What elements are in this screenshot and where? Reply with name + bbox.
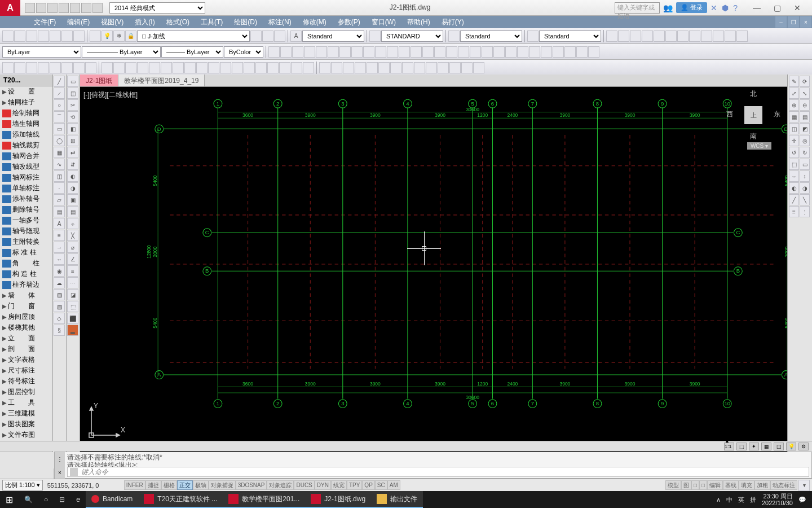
tray-ime-cn[interactable]: 中: [726, 496, 732, 504]
status-toggle-正交[interactable]: 正交: [177, 480, 193, 490]
mod-icon-18[interactable]: [470, 46, 481, 58]
qat-print-icon[interactable]: [70, 3, 80, 13]
t20-item-28[interactable]: ▶图层控制: [0, 387, 52, 397]
mod-icon-4[interactable]: [304, 46, 315, 58]
ann-icon-3[interactable]: ▦: [761, 443, 771, 450]
rt-icon-7[interactable]: ▦: [789, 111, 799, 122]
layer-prev-icon[interactable]: [262, 30, 273, 42]
mod-icon-1[interactable]: [268, 46, 280, 58]
vblock-icon[interactable]: ◫: [54, 170, 65, 182]
start-button[interactable]: ⊞: [0, 491, 19, 508]
draw-icon-10[interactable]: [113, 62, 125, 73]
doc-restore-button[interactable]: ❐: [788, 16, 799, 28]
draw-icon-34[interactable]: [402, 62, 413, 73]
mod-icon-10[interactable]: [375, 46, 386, 58]
t20-item-26[interactable]: ▶尺寸标注: [0, 365, 52, 376]
help-search-input[interactable]: 键入关键字或短语: [615, 2, 660, 14]
status-toggle-DYN[interactable]: DYN: [315, 480, 331, 490]
mod-icon-20[interactable]: [493, 46, 505, 58]
vm-icon-20[interactable]: ⬚: [67, 301, 78, 312]
status-toggle-极轴[interactable]: 极轴: [193, 480, 209, 490]
vm-icon-5[interactable]: ◧: [67, 123, 78, 134]
draw-icon-33[interactable]: [390, 62, 401, 73]
viewcube-east[interactable]: 东: [774, 110, 780, 119]
viewcube-top[interactable]: 上: [744, 106, 762, 124]
tray-overflow-icon[interactable]: ∧: [716, 496, 721, 503]
status-right-1[interactable]: 图: [681, 480, 691, 490]
vtable-icon[interactable]: ▤: [54, 206, 65, 217]
vhatch-icon[interactable]: ▦: [54, 147, 65, 158]
status-right-7[interactable]: 加粗: [754, 480, 770, 490]
status-right-5[interactable]: 基线: [723, 480, 739, 490]
draw-icon-11[interactable]: [125, 62, 136, 73]
vm-icon-10[interactable]: ◑: [67, 182, 78, 194]
draw-icon-38[interactable]: [449, 62, 461, 73]
mod-icon-17[interactable]: [458, 46, 469, 58]
viewport-label[interactable]: [-][俯视][二维线框]: [83, 90, 138, 100]
draw-icon-40[interactable]: [473, 62, 484, 73]
vm-icon-11[interactable]: ▣: [67, 194, 78, 205]
status-toggle-3DOSNAP[interactable]: 3DOSNAP: [236, 480, 267, 490]
tb-3ddwf-icon[interactable]: [73, 30, 85, 42]
draw-icon-3[interactable]: [26, 62, 37, 73]
maximize-button[interactable]: ▢: [767, 1, 787, 15]
menu-view[interactable]: 视图(V): [95, 16, 129, 28]
vpoint-icon[interactable]: ·: [54, 182, 65, 194]
layer-freeze-icon[interactable]: ❄: [113, 30, 125, 42]
rt-icon-21[interactable]: ╱: [789, 194, 799, 205]
rt-icon-2[interactable]: ⟳: [800, 76, 810, 87]
tb-misc9-icon[interactable]: [701, 30, 712, 42]
vregion-icon[interactable]: ▱: [54, 194, 65, 205]
tb-plot-icon[interactable]: [38, 30, 49, 42]
tb-misc4-icon[interactable]: [642, 30, 653, 42]
command-input[interactable]: 键入命令: [67, 467, 809, 477]
tray-ime-en[interactable]: 英: [738, 496, 744, 504]
menu-help[interactable]: 帮助(H): [401, 16, 436, 28]
qat-open-icon[interactable]: [36, 3, 46, 13]
vm-icon-3[interactable]: ✂: [67, 99, 78, 111]
rt-icon-12[interactable]: ◎: [800, 135, 810, 146]
status-right-0[interactable]: 模型: [665, 480, 681, 490]
draw-icon-6[interactable]: [61, 62, 73, 73]
vxline-icon[interactable]: ↔: [54, 253, 65, 265]
drawing-viewport[interactable]: [-][俯视][二维线框] 上 北 南 东 西 WCS ▾ 1122334455…: [80, 87, 787, 458]
rt-icon-6[interactable]: ⊖: [800, 99, 810, 111]
t20-item-30[interactable]: ▶三维建模: [0, 408, 52, 419]
draw-icon-26[interactable]: [303, 62, 314, 73]
ann-icon-4[interactable]: ◫: [774, 443, 784, 450]
draw-icon-22[interactable]: [255, 62, 267, 73]
t20-item-10[interactable]: 添补轴号: [0, 194, 52, 204]
menu-format[interactable]: 格式(O): [161, 16, 195, 28]
t20-item-25[interactable]: ▶文字表格: [0, 354, 52, 365]
draw-icon-20[interactable]: [232, 62, 243, 73]
tb-misc6-icon[interactable]: [665, 30, 677, 42]
draw-icon-32[interactable]: [378, 62, 390, 73]
search-icon[interactable]: 👥: [663, 3, 673, 12]
login-button[interactable]: 👤 登录: [676, 2, 707, 13]
mod-icon-14[interactable]: [422, 46, 434, 58]
scale-combo[interactable]: 比例 1:100 ▾: [2, 480, 43, 491]
layer-props-icon[interactable]: [90, 30, 101, 42]
rt-icon-16[interactable]: ▭: [800, 159, 810, 170]
menu-easyprint[interactable]: 易打(Y): [436, 16, 470, 28]
draw-icon-24[interactable]: [279, 62, 290, 73]
t20-item-18[interactable]: 柱齐墙边: [0, 279, 52, 290]
t20-item-27[interactable]: ▶符号标注: [0, 376, 52, 387]
doc-tab-2[interactable]: 教学楼平面图2019_4_19: [118, 75, 205, 86]
draw-icon-8[interactable]: [85, 62, 96, 73]
taskbar-t20[interactable]: T20天正建筑软件 ...: [138, 491, 223, 508]
tablestyle-icon[interactable]: [448, 30, 460, 42]
taskbar-search-icon[interactable]: 🔍: [19, 491, 38, 508]
tb-misc1-icon[interactable]: [606, 30, 617, 42]
ann-icon-5[interactable]: 💡: [786, 443, 796, 450]
mod-icon-26[interactable]: [564, 46, 576, 58]
vm-icon-21[interactable]: ⬛: [67, 313, 78, 324]
vcircle-icon[interactable]: ○: [54, 99, 65, 111]
t20-item-5[interactable]: 轴线裁剪: [0, 140, 52, 151]
draw-icon-25[interactable]: [291, 62, 302, 73]
taskbar-edge-icon[interactable]: e: [70, 491, 86, 508]
t20-item-31[interactable]: ▶图块图案: [0, 419, 52, 430]
mod-icon-5[interactable]: [316, 46, 327, 58]
mod-icon-24[interactable]: [541, 46, 552, 58]
mod-icon-7[interactable]: [339, 46, 351, 58]
